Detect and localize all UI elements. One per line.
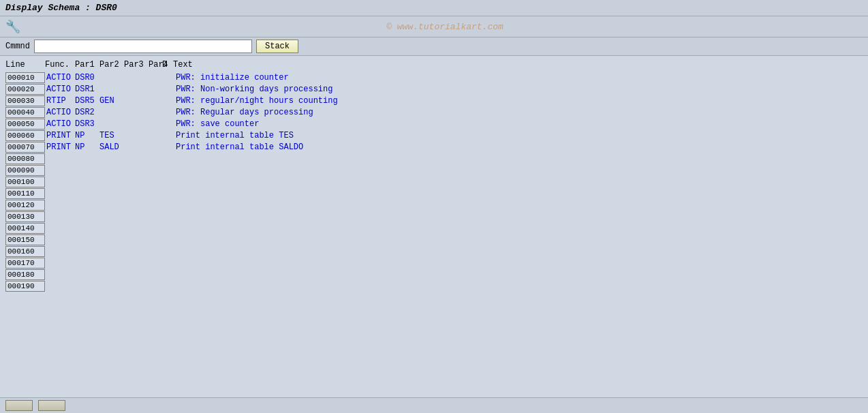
table-row: 000150 bbox=[5, 234, 863, 245]
cell-func: ACTIO bbox=[45, 85, 75, 94]
cell-line[interactable]: 000020 bbox=[5, 84, 45, 95]
table-row: 000120 bbox=[5, 200, 863, 211]
cell-func: ACTIO bbox=[45, 73, 75, 82]
stack-button[interactable]: Stack bbox=[256, 40, 298, 53]
cell-par1: DSR1 bbox=[75, 85, 99, 94]
table-row: 000090 bbox=[5, 165, 863, 176]
cell-par2: SALD bbox=[99, 142, 124, 152]
col-header-line: Line bbox=[5, 60, 45, 70]
cell-func: PRINT bbox=[45, 131, 75, 140]
col-header-d: D bbox=[162, 60, 173, 70]
cell-par1: DSR0 bbox=[75, 73, 99, 82]
cell-par1: NP bbox=[75, 142, 99, 152]
cell-line[interactable]: 000120 bbox=[5, 200, 45, 211]
col-header-par3: Par3 bbox=[124, 60, 149, 70]
main-content: Line Func. Par1 Par2 Par3 Par4 D Text 00… bbox=[0, 56, 868, 295]
cell-par2: GEN bbox=[99, 96, 124, 106]
cell-line[interactable]: 000080 bbox=[5, 153, 45, 164]
command-bar: Cmmnd Stack bbox=[0, 37, 868, 56]
cell-line[interactable]: 000190 bbox=[5, 281, 45, 292]
command-input[interactable] bbox=[34, 40, 252, 53]
table-row: 000040 ACTIO DSR2 PWR: Regular days proc… bbox=[5, 107, 863, 118]
cell-text: Print internal table TES bbox=[173, 131, 863, 140]
table-row: 000170 bbox=[5, 258, 863, 269]
cell-line[interactable]: 000030 bbox=[5, 95, 45, 106]
cell-text: PWR: Regular days processing bbox=[173, 108, 863, 117]
col-header-par2: Par2 bbox=[99, 60, 124, 70]
cell-line[interactable]: 000160 bbox=[5, 246, 45, 257]
cell-text: PWR: initialize counter bbox=[173, 73, 863, 82]
table-row: 000020 ACTIO DSR1 PWR: Non-working days … bbox=[5, 84, 863, 95]
title-bar: Display Schema : DSR0 bbox=[0, 0, 868, 16]
watermark: © www.tutorialkart.com bbox=[27, 22, 863, 32]
title-text: Display Schema : DSR0 bbox=[5, 3, 117, 13]
tool-icon[interactable]: 🔧 bbox=[5, 19, 20, 34]
cell-text: PWR: save counter bbox=[173, 119, 863, 129]
cell-line[interactable]: 000150 bbox=[5, 234, 45, 245]
table-row: 000180 bbox=[5, 269, 863, 280]
col-header-par1: Par1 bbox=[75, 60, 99, 70]
table-row: 000140 bbox=[5, 223, 863, 234]
cell-func: ACTIO bbox=[45, 108, 75, 117]
table-row: 000010 ACTIO DSR0 PWR: initialize counte… bbox=[5, 72, 863, 83]
cell-par2: TES bbox=[99, 131, 124, 140]
cell-line[interactable]: 000180 bbox=[5, 269, 45, 280]
table-row: 000060 PRINT NP TES Print internal table… bbox=[5, 130, 863, 141]
cell-line[interactable]: 000170 bbox=[5, 258, 45, 269]
cell-par1: NP bbox=[75, 131, 99, 140]
table-row: 000110 bbox=[5, 188, 863, 199]
cell-func: PRINT bbox=[45, 142, 75, 152]
cell-line[interactable]: 000060 bbox=[5, 130, 45, 141]
column-headers: Line Func. Par1 Par2 Par3 Par4 D Text bbox=[5, 59, 863, 71]
col-header-func: Func. bbox=[45, 60, 75, 70]
cell-line[interactable]: 000140 bbox=[5, 223, 45, 234]
col-header-text: Text bbox=[173, 60, 863, 70]
cell-func: ACTIO bbox=[45, 119, 75, 129]
toolbar: 🔧 © www.tutorialkart.com bbox=[0, 16, 868, 37]
table-row: 000160 bbox=[5, 246, 863, 257]
cell-line[interactable]: 000090 bbox=[5, 165, 45, 176]
command-label: Cmmnd bbox=[5, 42, 30, 51]
table-row: 000100 bbox=[5, 177, 863, 187]
table-row: 000030 RTIP DSR5 GEN PWR: regular/night … bbox=[5, 95, 863, 106]
cell-text: Print internal table SALDO bbox=[173, 142, 863, 152]
cell-line[interactable]: 000010 bbox=[5, 72, 45, 83]
cell-line[interactable]: 000100 bbox=[5, 177, 45, 187]
cell-line[interactable]: 000110 bbox=[5, 188, 45, 199]
cell-text: PWR: regular/night hours counting bbox=[173, 96, 863, 106]
cell-par1: DSR2 bbox=[75, 108, 99, 117]
table-row: 000080 bbox=[5, 153, 863, 164]
cell-line[interactable]: 000070 bbox=[5, 142, 45, 153]
cell-line[interactable]: 000130 bbox=[5, 211, 45, 222]
col-header-par4: Par4 bbox=[149, 60, 162, 70]
cell-text: PWR: Non-working days processing bbox=[173, 85, 863, 94]
table-body: 000010 ACTIO DSR0 PWR: initialize counte… bbox=[5, 72, 863, 292]
table-row: 000070 PRINT NP SALD Print internal tabl… bbox=[5, 142, 863, 153]
cell-par1: DSR5 bbox=[75, 96, 99, 106]
cell-par1: DSR3 bbox=[75, 119, 99, 129]
table-row: 000130 bbox=[5, 211, 863, 222]
table-row: 000050 ACTIO DSR3 PWR: save counter bbox=[5, 119, 863, 129]
cell-line[interactable]: 000040 bbox=[5, 107, 45, 118]
cell-func: RTIP bbox=[45, 96, 75, 106]
table-row: 000190 bbox=[5, 281, 863, 292]
cell-line[interactable]: 000050 bbox=[5, 119, 45, 129]
